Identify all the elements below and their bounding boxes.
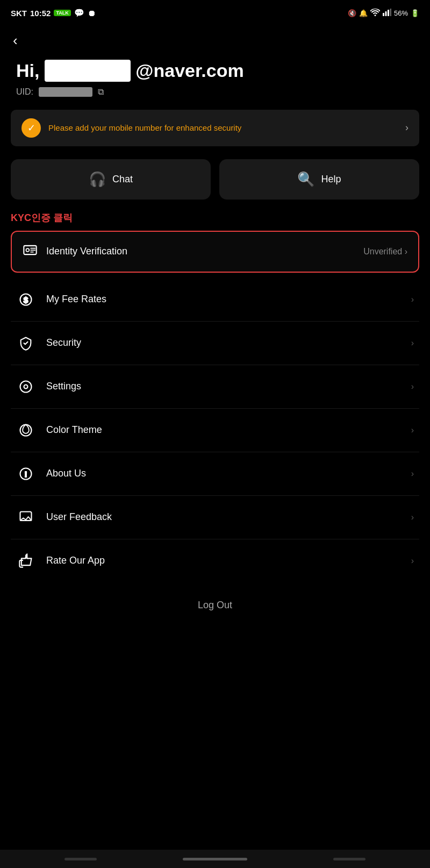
chat-button[interactable]: 🎧 Chat	[11, 159, 211, 200]
svg-point-12	[20, 381, 32, 392]
logout-section: Log Out	[0, 582, 430, 623]
bottom-pill-center	[183, 858, 247, 860]
identity-verification-status: Unverified ›	[363, 247, 407, 257]
shield-icon: ✓	[22, 118, 41, 138]
security-label: Security	[46, 337, 400, 348]
color-theme-icon	[16, 421, 35, 440]
user-feedback-chevron-icon: ›	[411, 513, 414, 522]
message-icon: 💬	[74, 8, 84, 18]
mute-icon: 🔇	[348, 9, 356, 17]
bottom-pill-left	[64, 858, 97, 860]
settings-icon	[16, 377, 35, 396]
banner-text: Please add your mobile number for enhanc…	[48, 123, 398, 132]
kyc-label: KYC인증 클릭	[0, 205, 430, 229]
bottom-nav-bar	[0, 850, 430, 868]
email-blur	[45, 60, 131, 82]
svg-rect-2	[388, 10, 389, 16]
status-bar: SKT 10:52 TALK 💬 ⏺ 🔇 🔔 56% 🔋	[0, 0, 430, 24]
color-theme-label: Color Theme	[46, 424, 400, 436]
battery-icon: 🔋	[411, 9, 419, 17]
menu-item-color-theme[interactable]: Color Theme ›	[11, 409, 419, 452]
security-banner[interactable]: ✓ Please add your mobile number for enha…	[11, 110, 419, 146]
battery-label: 56%	[394, 9, 408, 17]
back-button[interactable]: ‹	[0, 24, 31, 54]
svg-point-13	[20, 424, 32, 436]
status-left: SKT 10:52 TALK 💬 ⏺	[11, 8, 96, 18]
menu-item-security[interactable]: Security ›	[11, 322, 419, 365]
status-right: 🔇 🔔 56% 🔋	[348, 9, 419, 18]
help-icon: 🔍	[297, 171, 314, 188]
recorder-icon: ⏺	[88, 9, 96, 18]
svg-rect-3	[390, 9, 391, 16]
rate-app-label: Rate Our App	[46, 555, 400, 566]
svg-text:!: !	[24, 469, 27, 479]
settings-chevron-icon: ›	[411, 382, 414, 392]
help-button[interactable]: 🔍 Help	[219, 159, 419, 200]
svg-point-5	[26, 248, 29, 252]
menu-list: $ My Fee Rates › Security › Settings ›	[0, 278, 430, 582]
bottom-pill-right	[333, 858, 366, 860]
feedback-icon	[16, 508, 35, 527]
carrier-label: SKT	[11, 9, 27, 18]
menu-item-rate-app[interactable]: Rate Our App ›	[11, 539, 419, 582]
menu-item-settings[interactable]: Settings ›	[11, 365, 419, 409]
identity-verification-row[interactable]: Identity Verification Unverified ›	[11, 231, 419, 273]
svg-rect-0	[383, 13, 384, 16]
uid-row: UID: ⧉	[16, 87, 414, 97]
svg-point-11	[24, 385, 28, 388]
alarm-icon: 🔔	[359, 9, 368, 17]
menu-item-user-feedback[interactable]: User Feedback ›	[11, 496, 419, 539]
dollar-circle-icon: $	[16, 290, 35, 309]
fee-rates-chevron-icon: ›	[411, 295, 414, 304]
identity-verification-label: Identity Verification	[46, 246, 355, 257]
info-circle-icon: !	[16, 464, 35, 483]
svg-text:$: $	[24, 295, 28, 304]
menu-item-fee-rates[interactable]: $ My Fee Rates ›	[11, 278, 419, 322]
action-buttons: 🎧 Chat 🔍 Help	[0, 159, 430, 205]
greeting-text: Hi, @naver.com	[16, 60, 414, 82]
uid-value-blur	[39, 87, 92, 97]
user-feedback-label: User Feedback	[46, 511, 400, 523]
security-chevron-icon: ›	[411, 338, 414, 348]
time-label: 10:52	[30, 9, 51, 18]
color-theme-chevron-icon: ›	[411, 425, 414, 435]
copy-uid-button[interactable]: ⧉	[98, 87, 104, 97]
header-section: Hi, @naver.com UID: ⧉	[0, 54, 430, 110]
shield-menu-icon	[16, 333, 35, 353]
logout-button[interactable]: Log Out	[176, 593, 254, 617]
about-us-label: About Us	[46, 468, 400, 479]
fee-rates-label: My Fee Rates	[46, 294, 400, 305]
about-us-chevron-icon: ›	[411, 469, 414, 479]
talk-badge: TALK	[54, 10, 70, 16]
id-card-icon	[23, 243, 38, 261]
rate-app-chevron-icon: ›	[411, 556, 414, 566]
banner-chevron-icon: ›	[405, 122, 408, 133]
wifi-icon	[370, 9, 380, 18]
svg-rect-1	[385, 11, 386, 16]
help-label: Help	[321, 174, 341, 185]
settings-label: Settings	[46, 381, 400, 392]
chat-label: Chat	[112, 174, 133, 185]
menu-item-about-us[interactable]: ! About Us ›	[11, 452, 419, 496]
thumbs-up-icon	[16, 551, 35, 571]
signal-icon	[383, 9, 391, 18]
headphones-icon: 🎧	[89, 171, 106, 188]
